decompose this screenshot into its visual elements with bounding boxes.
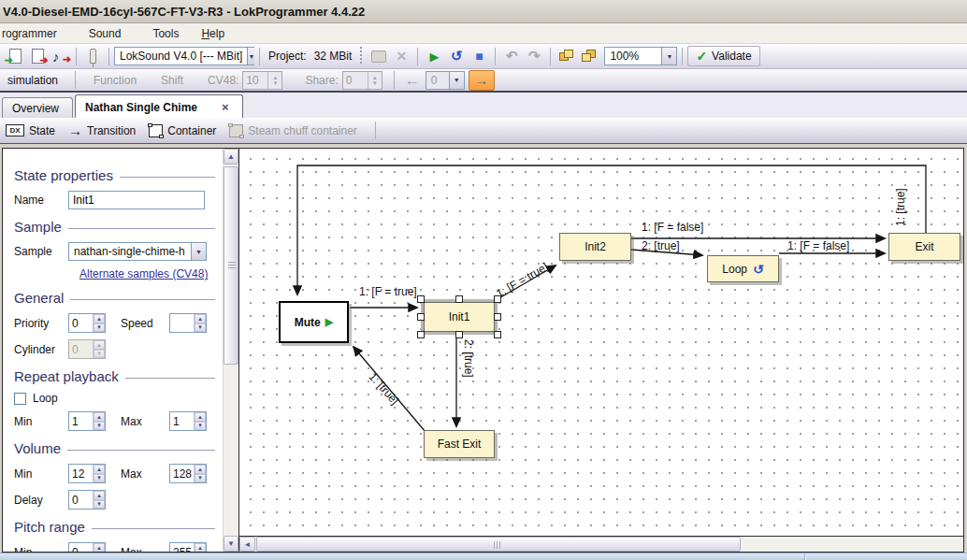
scrollbar-thumb[interactable] <box>256 537 741 552</box>
repeat-min-stepper[interactable]: 1 ▲▼ <box>68 411 106 431</box>
transition-label-mute-init1[interactable]: 1: [F = true] <box>359 285 417 298</box>
priority-stepper[interactable]: 0 ▲▼ <box>68 313 106 333</box>
play-button[interactable]: ▶ <box>423 46 445 66</box>
stop-button[interactable]: ■ <box>468 46 490 66</box>
transition-label-exit-mute[interactable]: 1: [true] <box>894 188 907 226</box>
scroll-left-icon[interactable]: ◄ <box>239 537 255 552</box>
stepper-arrows-icon[interactable]: ▲▼ <box>93 314 105 332</box>
repeat-max-value: 1 <box>170 412 194 430</box>
tab-overview[interactable]: Overview <box>2 97 73 118</box>
volume-max-stepper[interactable]: 128 ▲▼ <box>169 464 207 483</box>
section-sample: Sample <box>14 219 215 235</box>
stepper-arrows-icon[interactable]: ▲▼ <box>93 491 105 509</box>
zoom-out-button[interactable] <box>578 46 600 66</box>
connector-icon <box>90 49 96 64</box>
delay-stepper[interactable]: 0 ▲▼ <box>68 490 106 510</box>
resize-handle[interactable] <box>417 295 425 303</box>
resize-handle[interactable] <box>417 313 425 321</box>
menu-programmer[interactable]: rogrammer <box>0 24 66 43</box>
zoom-in-button[interactable] <box>556 46 578 66</box>
speed-stepper[interactable]: ▲▼ <box>169 313 207 333</box>
menu-help[interactable]: Help <box>192 24 234 43</box>
transition-label-loop-exit[interactable]: 1: [F = false] <box>787 239 849 252</box>
stepper-arrows-icon[interactable]: ▲▼ <box>93 465 105 482</box>
scrollbar-thumb[interactable] <box>224 166 238 365</box>
state-node-exit[interactable]: Exit <box>888 233 960 261</box>
read-project-button[interactable]: ➜ <box>4 46 26 66</box>
tab-nathan-single-chime[interactable]: Nathan Single Chime × <box>75 94 243 118</box>
state-node-init2[interactable]: Init2 <box>559 233 631 261</box>
add-transition-button[interactable]: → Transition <box>68 122 136 138</box>
project-label: Project: <box>265 50 310 63</box>
chevron-down-icon[interactable]: ▼ <box>247 48 254 65</box>
resize-handle[interactable] <box>494 313 501 321</box>
loop-icon: ↺ <box>753 262 764 277</box>
resize-handle[interactable] <box>455 295 463 303</box>
step-combo-disabled: 0 ▼ <box>426 71 465 90</box>
write-project-button[interactable]: ➜ <box>26 46 49 66</box>
resize-handle[interactable] <box>494 295 501 303</box>
panel-scrollbar[interactable]: ▲ ▼ <box>223 149 238 552</box>
stepper-arrows-icon[interactable]: ▲▼ <box>194 465 206 482</box>
menu-tools[interactable]: Tools <box>143 24 188 43</box>
add-container-button[interactable]: Container <box>149 124 216 137</box>
state-properties-panel: State properties Name Sample Sample nath… <box>3 149 223 552</box>
repeat-max-stepper[interactable]: 1 ▲▼ <box>169 411 207 431</box>
close-tab-icon[interactable]: × <box>222 100 229 114</box>
name-input[interactable] <box>68 191 205 209</box>
sample-combo[interactable]: nathan-single-chime-h ▼ <box>68 242 207 261</box>
connection-button[interactable] <box>81 46 104 66</box>
state-node-init1[interactable]: Init1 <box>424 302 495 332</box>
volume-min-stepper[interactable]: 12 ▲▼ <box>68 464 106 483</box>
section-title: Pitch range <box>14 519 85 535</box>
chevron-down-icon[interactable]: ▼ <box>191 243 206 260</box>
alternate-samples-link[interactable]: Alternate samples (CV48) <box>79 267 208 280</box>
node-label: Exit <box>915 240 933 253</box>
transition-label-init1-fastexit[interactable]: 2: [true] <box>462 339 475 378</box>
validate-button[interactable]: ✓ Validate <box>687 46 759 66</box>
add-state-button[interactable]: DX State <box>6 124 55 137</box>
write-icon: ➜ <box>32 49 44 64</box>
toolbar-separator <box>417 48 418 65</box>
shift-label: Shift <box>157 74 187 87</box>
loop-play-button[interactable]: ↺ <box>445 46 468 66</box>
menu-sound[interactable]: Sound <box>79 24 131 43</box>
volume-min-value: 12 <box>69 465 93 482</box>
redo-button[interactable]: ↷ <box>523 46 545 66</box>
main-toolbar: ➜ ➜ ♪➜ LokSound V4.0 [--- MBit] ▼ Projec… <box>0 44 967 69</box>
stepper-arrows-icon[interactable]: ▲▼ <box>93 543 105 552</box>
transition-label-init2-exit[interactable]: 1: [F = false] <box>642 221 703 234</box>
chevron-down-icon[interactable]: ▼ <box>661 48 676 65</box>
status-bar-divider <box>804 553 806 560</box>
step-value: 0 <box>426 74 442 87</box>
decoder-type-combo[interactable]: LokSound V4.0 [--- MBit] ▼ <box>114 47 254 65</box>
write-sound-button[interactable]: ♪➜ <box>49 46 71 66</box>
share-stepper: 0 ▲▼ <box>342 71 382 90</box>
pitch-min-stepper[interactable]: 0 ▲▼ <box>68 542 106 552</box>
section-general: General <box>14 290 215 306</box>
state-node-loop[interactable]: Loop ↺ <box>707 255 779 282</box>
stepper-arrows-icon[interactable]: ▲▼ <box>194 314 206 332</box>
scroll-down-icon[interactable]: ▼ <box>224 536 238 552</box>
step-forward-button[interactable]: → <box>469 70 495 91</box>
stepper-arrows-icon[interactable]: ▲▼ <box>93 412 105 430</box>
device-button-disabled <box>368 46 390 66</box>
loop-checkbox[interactable] <box>14 393 26 405</box>
canvas-h-scrollbar[interactable]: ◄ <box>239 536 963 552</box>
toolbar-grip[interactable] <box>359 47 364 65</box>
state-node-fast-exit[interactable]: Fast Exit <box>424 430 495 458</box>
arrow-right-icon: → <box>474 72 488 88</box>
stepper-arrows-icon[interactable]: ▲▼ <box>194 543 206 552</box>
resize-handle[interactable] <box>417 331 425 338</box>
resize-handle[interactable] <box>455 331 463 338</box>
resize-handle[interactable] <box>494 331 501 338</box>
transition-label-init2-loop[interactable]: 2: [true] <box>642 239 680 252</box>
zoom-level-combo[interactable]: 100% ▼ <box>604 47 677 65</box>
stepper-arrows-icon[interactable]: ▲▼ <box>194 412 206 430</box>
diagram-canvas[interactable]: 1: [true] 1: [F = true] 1: [F = true] 1:… <box>239 149 963 536</box>
pitch-max-stepper[interactable]: 255 ▲▼ <box>169 542 207 552</box>
pitch-min-label: Min <box>14 546 68 553</box>
undo-button[interactable]: ↶ <box>500 46 523 66</box>
scroll-up-icon[interactable]: ▲ <box>224 149 238 165</box>
state-node-mute[interactable]: Mute ▶ <box>279 301 349 343</box>
